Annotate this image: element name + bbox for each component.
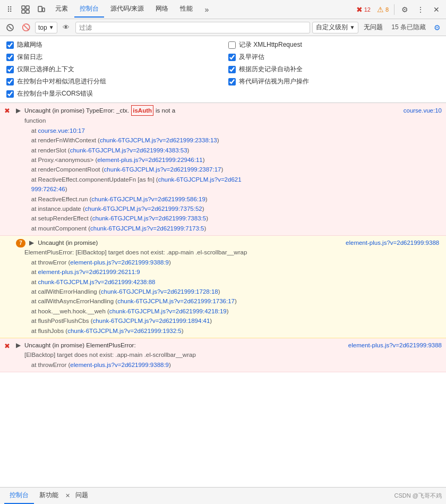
stack-link-chunk-4238[interactable]: chunk-6TGJCPLM.js?v=2d621999:4238:88 [38, 279, 156, 285]
warn-stack-at-4238: at chunk-6TGJCPLM.js?v=2d621999:4238:88 [16, 277, 442, 287]
option-show-cors[interactable]: 在控制台中显示CORS错误 [6, 89, 218, 98]
stack-link-chunk-2338[interactable]: chunk-6TGJCPLM.js?v=2d621999:2338:13 [100, 137, 217, 143]
inspect-icon[interactable] [18, 2, 33, 17]
brand-label: CSDN @飞哥不鸡 [394, 492, 442, 500]
error-icon-2: ✖ [4, 341, 10, 352]
option-group-similar[interactable]: 在控制台中对相似消息进行分组 [6, 77, 218, 86]
error-main-line-2: ▶ Uncaught (in promise) ElementPlusError… [16, 340, 442, 350]
option-log-xmlhttp[interactable]: 记录 XMLHttpRequest [228, 40, 440, 49]
error-entry-0: ✖ ▶ Uncaught (in promise) TypeError: _ct… [0, 103, 446, 236]
stack-link-chunk-1736[interactable]: chunk-6TGJCPLM.js?v=2d621999:1736:17 [117, 298, 235, 304]
svg-rect-3 [26, 10, 29, 13]
option-preserve-log[interactable]: 保留日志 [6, 53, 218, 62]
console-options-area: 隐藏网络 记录 XMLHttpRequest 保留日志 及早评估 仅限已选择的上… [0, 36, 446, 103]
status-tab-console[interactable]: 控制台 [4, 488, 34, 504]
toolbar-separator [394, 4, 394, 15]
error-stack-6: at ReactiveEffect.run (chunk-6TGJCPLM.js… [16, 194, 442, 204]
expand-arrow-0[interactable]: ▶ [16, 106, 21, 115]
option-autocomplete[interactable]: 根据历史记录自动补全 [228, 65, 440, 74]
devtools-toolbar: ⠿ 元素 控制台 源代码/来源 网络 性能 » ✖ 12 ⚠ 8 ⚙ ⋮ ✕ [0, 0, 446, 19]
error-source-link-0[interactable]: course.vue:10 [404, 106, 442, 115]
stack-link-chunk-4218[interactable]: chunk-6TGJCPLM.js?v=2d621999:4218:19 [109, 308, 227, 314]
stack-link-chunk-1728[interactable]: chunk-6TGJCPLM.js?v=2d621999:1728:18 [101, 288, 218, 295]
close-new-feature-tab-icon[interactable]: ✕ [65, 492, 70, 499]
warn-stack-at-26211: at element-plus.js?v=2d621999:26211:9 [16, 267, 442, 277]
more-options-icon[interactable]: ⋮ [413, 2, 428, 17]
stack-link-chunk-7375[interactable]: chunk-6TGJCPLM.js?v=2d621999:7375:52 [85, 206, 202, 212]
error-stack-2: at renderSlot (chunk-6TGJCPLM.js?v=2d621… [16, 146, 442, 155]
console-content: ✖ ▶ Uncaught (in promise) TypeError: _ct… [0, 103, 446, 490]
settings-icon[interactable]: ⚙ [397, 2, 412, 17]
expand-arrow-1[interactable]: ▶ [29, 238, 34, 247]
error-stack-at-throw: at throwError (element-plus.js?v=2d62199… [16, 360, 442, 370]
error-icon-0: ✖ [4, 106, 10, 117]
error-count-badge[interactable]: ✖ 12 [354, 4, 373, 15]
device-icon[interactable] [34, 2, 49, 17]
status-tab-issues[interactable]: 问题 [70, 488, 93, 504]
eye-icon[interactable]: 👁 [59, 21, 73, 35]
warn-source-link-1[interactable]: element-plus.js?v=2d621999:9388 [346, 238, 439, 247]
svg-rect-4 [38, 6, 42, 12]
stack-link-course[interactable]: course.vue:10:17 [38, 127, 85, 134]
svg-line-7 [8, 26, 12, 29]
warn-stack-hook-weh: at hook.__weh.hook.__weh (chunk-6TGJCPLM… [16, 306, 442, 316]
stack-link-elplus-26211[interactable]: element-plus.js?v=2d621999:26211:9 [38, 269, 140, 275]
console-toolbar: 🚫 top ▼ 👁 自定义级别 ▼ 无问题 15 条已隐藏 ⚙ [0, 19, 446, 36]
level-dropdown-icon: ▼ [349, 24, 355, 30]
stack-link-chunk-4383[interactable]: chunk-6TGJCPLM.js?v=2d621999:4383:53 [70, 147, 187, 153]
warn-stack-flushjobs: at flushJobs (chunk-6TGJCPLM.js?v=2d6219… [16, 326, 442, 336]
stack-link-throw-2[interactable]: element-plus.js?v=2d621999:9388:9 [70, 362, 169, 368]
error-text-2: Uncaught (in promise) ElementPlusError: [24, 340, 136, 350]
tab-network[interactable]: 网络 [150, 1, 174, 18]
level-label: 自定义级别 [316, 23, 348, 32]
stack-link-chunk-7383[interactable]: chunk-6TGJCPLM.js?v=2d621999:7383:5 [92, 215, 206, 221]
tab-sources[interactable]: 源代码/来源 [105, 1, 149, 18]
context-dropdown-icon: ▼ [49, 24, 54, 30]
stack-link-throw-9388[interactable]: element-plus.js?v=2d621999:9388:9 [70, 259, 169, 266]
warn-stack-callasync: at callWithAsyncErrorHandling (chunk-6TG… [16, 296, 442, 306]
warn-main-line-1: ▶ Uncaught (in promise) element-plus.js?… [29, 238, 439, 247]
status-tab-new-feature[interactable]: 新功能 [34, 488, 64, 504]
error-text-elbacktop: [ElBacktop] target does not exist: .app-… [16, 350, 442, 360]
clear-console-icon[interactable] [3, 21, 17, 35]
stack-link-elplus-22946[interactable]: element-plus.js?v=2d621999:22946:11 [97, 157, 203, 163]
status-bar: 控制台 新功能 ✕ 问题 CSDN @飞哥不鸡 [0, 487, 446, 504]
warn-stack-flushpost: at flushPostFlushCbs (chunk-6TGJCPLM.js?… [16, 316, 442, 326]
tab-performance[interactable]: 性能 [175, 1, 198, 18]
filter-input[interactable] [75, 22, 311, 33]
console-settings-icon[interactable]: ⚙ [431, 22, 443, 33]
option-treat-as-user[interactable]: 将代码评估视为用户操作 [228, 77, 440, 86]
block-icon[interactable]: 🚫 [19, 21, 33, 35]
gripper-icon[interactable]: ⠿ [2, 2, 17, 17]
error-stack-3: at Proxy.<anonymous> (element-plus.js?v=… [16, 155, 442, 165]
option-eager-eval[interactable]: 及早评估 [228, 53, 440, 62]
warn-count-badge[interactable]: ⚠ 8 [374, 4, 391, 15]
stack-link-chunk-1932[interactable]: chunk-6TGJCPLM.js?v=2d621999:1932:5 [67, 328, 181, 334]
stack-link-chunk-586[interactable]: chunk-6TGJCPLM.js?v=2d621999:586:19 [91, 196, 205, 202]
option-hide-network[interactable]: 隐藏网络 [6, 40, 218, 49]
stack-link-chunk-7262[interactable]: chunk-6TGJCPLM.js?v=2d621 999:7262:46 [24, 176, 242, 192]
error-stack-5: at ReactiveEffect.componentUpdateFn [as … [16, 175, 442, 194]
stack-link-chunk-7173[interactable]: chunk-6TGJCPLM.js?v=2d621999:7173:5 [90, 225, 204, 232]
expand-arrow-2[interactable]: ▶ [16, 340, 21, 350]
svg-rect-2 [22, 10, 25, 13]
tab-elements[interactable]: 元素 [50, 1, 73, 18]
context-selector[interactable]: top ▼ [35, 22, 57, 33]
error-stack-9: at mountComponent (chunk-6TGJCPLM.js?v=2… [16, 224, 442, 233]
option-selected-context[interactable]: 仅限已选择的上下文 [6, 65, 218, 74]
log-level-dropdown[interactable]: 自定义级别 ▼ [312, 22, 358, 33]
svg-rect-0 [22, 6, 25, 9]
error-highlight-isauth: isAuth [131, 105, 153, 116]
tab-console[interactable]: 控制台 [74, 1, 104, 18]
status-tab-new-feature-container: 新功能 ✕ [34, 488, 70, 504]
error-source-link-2[interactable]: element-plus.js?v=2d621999:9388 [348, 340, 442, 350]
warn-elplus-error: ElementPlusError: [ElBacktop] target doe… [16, 247, 442, 257]
stack-link-chunk-1894[interactable]: chunk-6TGJCPLM.js?v=2d621999:1894:41 [92, 318, 210, 324]
stack-link-chunk-2387[interactable]: chunk-6TGJCPLM.js?v=2d621999:2387:17 [104, 166, 221, 173]
warn-stack-callwith: at callWithErrorHandling (chunk-6TGJCPLM… [16, 287, 442, 296]
error-entry-2: ✖ ▶ Uncaught (in promise) ElementPlusErr… [0, 338, 446, 372]
more-tabs-icon[interactable]: » [199, 2, 214, 17]
close-devtools-icon[interactable]: ✕ [429, 2, 444, 17]
error-stack-8: at setupRenderEffect (chunk-6TGJCPLM.js?… [16, 213, 442, 223]
no-issues-label: 无问题 [361, 23, 386, 32]
